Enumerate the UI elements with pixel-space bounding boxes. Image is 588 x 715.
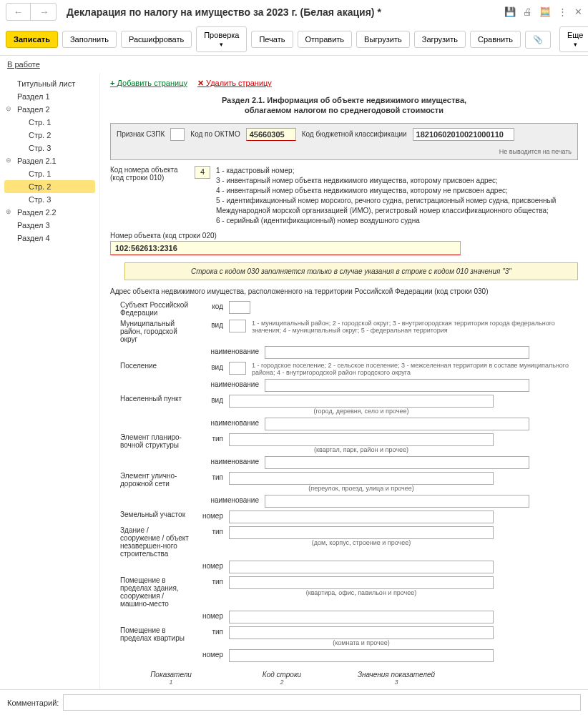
more-button[interactable]: Еще — [559, 26, 588, 52]
upload-button[interactable]: Выгрузить — [356, 31, 410, 48]
kbk-field[interactable]: 18210602010021000110 — [413, 128, 514, 141]
street-tip-field[interactable] — [229, 472, 494, 485]
chevron-icon[interactable]: ⊖ — [6, 105, 11, 112]
delete-page-link[interactable]: Удалить страницу — [197, 79, 272, 88]
kv-tip-field[interactable] — [229, 626, 494, 639]
status-link[interactable]: В работе — [0, 56, 47, 73]
prem-num-field[interactable] — [229, 611, 494, 623]
header-box: Признак СЗПК Код по ОКТМО 45660305 Код б… — [110, 123, 578, 160]
main-content: Добавить страницу Удалить страницу Разде… — [100, 73, 588, 709]
tree-s2p2[interactable]: Стр. 2 — [0, 129, 99, 142]
tree-s3[interactable]: Раздел 3 — [0, 219, 99, 232]
tree-s2p3[interactable]: Стр. 3 — [0, 142, 99, 154]
code010-hints: 1 - кадастровый номер; 3 - инвентарный н… — [216, 166, 578, 226]
tree-s2[interactable]: ⊖Раздел 2 — [0, 103, 99, 116]
tree-s21p2[interactable]: Стр. 2 — [4, 180, 95, 193]
decode-button[interactable]: Расшифровать — [121, 31, 192, 48]
back-button[interactable]: ← — [6, 4, 31, 20]
comment-input[interactable] — [63, 694, 581, 711]
tree-s2p1[interactable]: Стр. 1 — [0, 116, 99, 129]
street-name-field[interactable] — [265, 495, 529, 508]
compare-button[interactable]: Сравнить — [470, 31, 521, 48]
tree-s21p3[interactable]: Стр. 3 — [0, 193, 99, 206]
tree-s4[interactable]: Раздел 4 — [0, 232, 99, 245]
oktmo-field[interactable]: 45660305 — [246, 128, 296, 141]
szpk-field[interactable] — [170, 128, 185, 141]
prem-tip-field[interactable] — [229, 576, 494, 589]
send-button[interactable]: Отправить — [298, 31, 353, 48]
mun-name-field[interactable] — [265, 346, 529, 359]
chevron-icon[interactable]: ⊖ — [6, 157, 11, 164]
nas-name-field[interactable] — [265, 418, 529, 430]
download-button[interactable]: Загрузить — [414, 31, 466, 48]
bld-tip-field[interactable] — [229, 526, 494, 539]
print-icon[interactable]: 🖨 — [523, 6, 532, 17]
comment-label: Комментарий: — [7, 699, 59, 707]
nas-vid-field[interactable] — [229, 395, 494, 408]
code020-field[interactable]: 102:562613:2316 — [110, 241, 461, 255]
tree-s22[interactable]: ⊕Раздел 2.2 — [0, 206, 99, 219]
record-button[interactable]: Записать — [6, 31, 58, 48]
bld-num-field[interactable] — [229, 561, 494, 573]
kv-num-field[interactable] — [229, 649, 494, 662]
code010-field[interactable]: 4 — [195, 166, 210, 179]
chevron-icon[interactable]: ⊕ — [6, 208, 11, 215]
save-icon[interactable]: 💾 — [504, 6, 516, 17]
plan-tip-field[interactable] — [229, 433, 494, 446]
sidebar: Титульный лист Раздел 1 ⊖Раздел 2 Стр. 1… — [0, 73, 100, 709]
nav-arrows: ← → — [6, 3, 57, 21]
section-title: Раздел 2.1. Информация об объекте недвиж… — [110, 95, 578, 116]
attach-button[interactable]: 📎 — [525, 31, 551, 49]
pos-vid-field[interactable] — [229, 362, 246, 375]
calc-icon[interactable]: 🧮 — [539, 6, 551, 17]
print-button[interactable]: Печать — [251, 31, 293, 48]
zem-field[interactable] — [229, 511, 494, 523]
document-title: Декларация по налогу на имущество за 202… — [67, 6, 500, 18]
check-button[interactable]: Проверка — [196, 26, 247, 52]
add-page-link[interactable]: Добавить страницу — [110, 79, 187, 88]
close-icon[interactable]: ✕ — [574, 6, 582, 17]
mun-vid-field[interactable] — [229, 320, 246, 332]
tree-s21[interactable]: ⊖Раздел 2.1 — [0, 154, 99, 167]
plan-name-field[interactable] — [265, 456, 529, 469]
more-icon[interactable]: ⋮ — [558, 6, 567, 17]
tree-title-page[interactable]: Титульный лист — [0, 77, 99, 90]
tree-s21p1[interactable]: Стр. 1 — [0, 167, 99, 180]
pos-name-field[interactable] — [265, 379, 529, 392]
note-box: Строка с кодом 030 заполняется только в … — [124, 262, 578, 280]
tree-s1[interactable]: Раздел 1 — [0, 90, 99, 103]
forward-button[interactable]: → — [32, 4, 56, 20]
subj-code-field[interactable] — [229, 301, 250, 314]
fill-button[interactable]: Заполнить — [62, 31, 117, 48]
